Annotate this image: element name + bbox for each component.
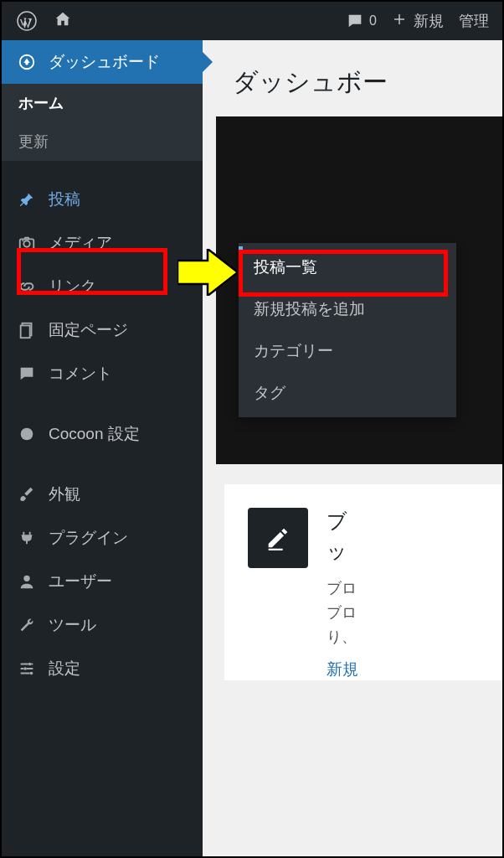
dashboard-submenu: ホーム 更新 [2, 84, 203, 161]
flyout-item-add-new[interactable]: 新規投稿を追加 [239, 288, 456, 330]
svg-point-2 [25, 62, 28, 65]
sidebar-item-pages[interactable]: 固定ページ [2, 308, 203, 352]
sidebar-item-tools[interactable]: ツール [2, 603, 203, 647]
sidebar-item-dashboard[interactable]: ダッシュボード [2, 40, 203, 84]
sidebar-item-label: 設定 [49, 658, 80, 680]
wordpress-logo-icon[interactable] [17, 11, 37, 31]
svg-point-4 [23, 240, 29, 246]
sidebar-item-label: 固定ページ [49, 319, 128, 341]
plus-icon [392, 12, 407, 31]
sidebar-item-label: ツール [49, 614, 96, 636]
flyout-item-tags[interactable]: タグ [239, 372, 456, 414]
link-icon [17, 277, 37, 297]
card-description: ブロ ブロ り、 [327, 576, 358, 649]
sidebar-item-cocoon[interactable]: Cocoon 設定 [2, 412, 203, 456]
sidebar-item-label: ユーザー [49, 571, 112, 592]
new-content-button[interactable]: 新規 [392, 11, 444, 31]
sidebar-item-comments[interactable]: コメント [2, 352, 203, 395]
svg-point-9 [23, 576, 29, 581]
card-link[interactable]: 新規 [327, 659, 358, 680]
flyout-item-categories[interactable]: カテゴリー [239, 330, 456, 372]
sidebar-sub-home[interactable]: ホーム [2, 84, 203, 122]
comments-count[interactable]: 0 [346, 12, 377, 30]
sidebar-item-media[interactable]: メディア [2, 221, 203, 265]
sliders-icon [17, 659, 37, 679]
admin-sidebar: ダッシュボード ホーム 更新 投稿 メディア リンク [2, 40, 203, 856]
sidebar-sub-updates[interactable]: 更新 [2, 122, 203, 161]
dashboard-icon [17, 52, 37, 72]
pencil-icon [264, 524, 292, 552]
svg-rect-13 [269, 549, 283, 550]
sidebar-item-links[interactable]: リンク [2, 265, 203, 308]
posts-flyout-menu: 投稿一覧 新規投稿を追加 カテゴリー タグ [239, 243, 456, 417]
sidebar-item-users[interactable]: ユーザー [2, 560, 203, 603]
home-icon[interactable] [54, 10, 72, 32]
svg-point-0 [18, 12, 36, 30]
page-title: ダッシュボー [203, 40, 502, 116]
user-icon [17, 571, 37, 592]
new-label: 新規 [414, 11, 444, 31]
circle-icon [17, 424, 37, 444]
quick-draft-card: ブ ッ ブロ ブロ り、 新規 [224, 484, 502, 680]
svg-point-11 [23, 667, 27, 670]
svg-point-8 [21, 428, 33, 441]
admin-toolbar: 0 新規 管理 [2, 2, 502, 40]
sidebar-item-label: 投稿 [49, 189, 80, 210]
comment-icon [17, 364, 37, 384]
comment-count-value: 0 [369, 13, 377, 28]
admin-link[interactable]: 管理 [459, 11, 489, 31]
sidebar-item-appearance[interactable]: 外観 [2, 473, 203, 516]
svg-point-5 [22, 240, 23, 241]
brush-icon [17, 484, 37, 504]
wrench-icon [17, 615, 37, 635]
sidebar-item-label: プラグイン [49, 527, 128, 549]
pushpin-icon [17, 189, 37, 209]
sidebar-item-label: ダッシュボード [49, 51, 160, 73]
sidebar-item-label: コメント [49, 363, 112, 385]
plug-icon [17, 528, 37, 548]
sidebar-item-label: Cocoon 設定 [49, 423, 140, 445]
main-content: ダッシュボー ブ ッ ブロ ブロ り、 新規 [203, 40, 502, 856]
sidebar-item-settings[interactable]: 設定 [2, 647, 203, 690]
sidebar-item-plugins[interactable]: プラグイン [2, 516, 203, 560]
svg-point-12 [30, 672, 33, 675]
svg-point-10 [28, 663, 32, 666]
sidebar-item-label: メディア [49, 232, 112, 254]
camera-icon [17, 233, 37, 253]
svg-rect-7 [21, 326, 30, 339]
sidebar-item-label: 外観 [49, 483, 80, 505]
sidebar-item-posts[interactable]: 投稿 [2, 178, 203, 221]
pages-icon [17, 320, 37, 340]
flyout-item-all-posts[interactable]: 投稿一覧 [239, 246, 456, 288]
sidebar-item-label: リンク [49, 276, 96, 297]
edit-tile-button[interactable] [248, 508, 308, 568]
card-heading: ブ ッ [327, 508, 358, 565]
